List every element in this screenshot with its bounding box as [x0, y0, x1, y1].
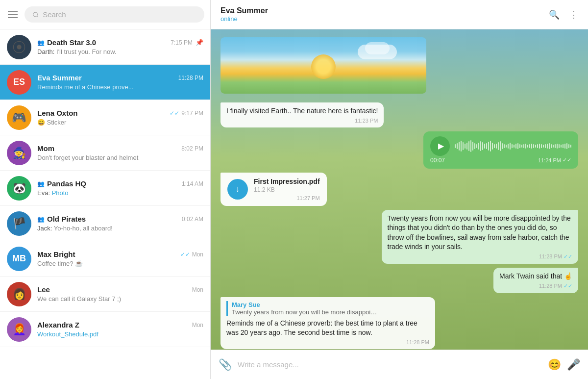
chat-name-max-bright: Max Bright [37, 250, 75, 258]
attach-icon[interactable]: 📎 [219, 358, 232, 371]
message-row-4: Twenty years from now you will be more d… [220, 210, 578, 264]
message-text-1: I finally visited Earth.. The nature her… [226, 106, 378, 116]
message-bubble-1: I finally visited Earth.. The nature her… [220, 102, 384, 127]
chat-name-old-pirates: 👥 Old Pirates [37, 215, 86, 223]
play-icon: ▶ [438, 141, 444, 151]
pin-icon: 📌 [196, 39, 203, 46]
chat-list: 👥 Death Star 3.0 7:15 PM 📌 Darth: I'll t… [0, 29, 210, 379]
chat-name-death-star: 👥 Death Star 3.0 [37, 38, 96, 47]
chat-item-death-star[interactable]: 👥 Death Star 3.0 7:15 PM 📌 Darth: I'll t… [0, 29, 210, 65]
message-row-6: Mary Sue Twenty years from now you will … [220, 297, 578, 349]
chat-name-lena-oxton: Lena Oxton [37, 109, 78, 117]
chat-time-death-star: 7:15 PM [171, 39, 193, 46]
message-time-6: 11:28 PM [226, 339, 429, 345]
chat-name-mom: Mom [37, 144, 54, 152]
chat-time-eva-summer: 11:28 PM [178, 75, 203, 81]
right-panel: Eva Summer online 🔍 ⋮ [211, 0, 588, 379]
download-button[interactable]: ↓ [227, 179, 248, 200]
chat-time-lena-oxton: 9:17 PM [181, 110, 203, 117]
avatar-max-bright: MB [7, 247, 31, 271]
chat-preview-pandas-hq: Eva: Photo [37, 189, 203, 197]
messages-content: I finally visited Earth.. The nature her… [220, 102, 578, 349]
play-button[interactable]: ▶ [430, 136, 450, 156]
chat-item-lena-oxton[interactable]: 🎮 Lena Oxton ✓✓ 9:17 PM 😄 Sticker [0, 100, 210, 135]
message-text-6: Reminds me of a Chinese proverb: the bes… [226, 319, 429, 338]
contact-status: online [220, 15, 268, 23]
message-input[interactable] [238, 360, 542, 369]
chat-preview-death-star: Darth: I'll trust you. For now. [37, 48, 203, 55]
chat-header-bar: Eva Summer online 🔍 ⋮ [211, 0, 588, 29]
quote-author: Mary Sue [232, 301, 429, 308]
avatar-pandas-hq: 🐼 [7, 176, 31, 201]
chat-preview-lena-oxton: 😄 Sticker [37, 119, 203, 126]
chat-time-alexandra-z: Mon [192, 322, 203, 328]
chat-item-lee[interactable]: 👩 Lee Mon We can call it Galaxy Star 7 ;… [0, 277, 210, 312]
file-name: First Impression.pdf [254, 177, 320, 185]
more-options-icon[interactable]: ⋮ [569, 9, 578, 20]
shared-photo [220, 37, 426, 94]
message-time-4: 11:28 PM ✓✓ [388, 253, 573, 260]
file-info: First Impression.pdf 11.2 KB 11:27 PM [254, 177, 320, 201]
chat-preview-eva-summer: Reminds me of a Chinese prove... [37, 83, 203, 91]
chat-content-mom: Mom 8:02 PM Don't forget your blaster an… [37, 144, 203, 161]
message-time-5: 11:28 PM ✓✓ [499, 283, 572, 289]
chat-time-max-bright: Mon [192, 251, 203, 258]
message-row-3: ↓ First Impression.pdf 11.2 KB 11:27 PM [220, 173, 578, 206]
chat-preview-lee: We can call it Galaxy Star 7 ;) [37, 295, 203, 303]
chat-content-pandas-hq: 👥 Pandas HQ 1:14 AM Eva: Photo [37, 179, 203, 197]
chat-content-lee: Lee Mon We can call it Galaxy Star 7 ;) [37, 285, 203, 303]
avatar-eva-summer: ES [7, 70, 31, 95]
svg-point-0 [33, 12, 38, 17]
chat-content-death-star: 👥 Death Star 3.0 7:15 PM 📌 Darth: I'll t… [37, 38, 203, 55]
chat-item-max-bright[interactable]: MB Max Bright ✓✓ Mon Coffee time? ☕ [0, 241, 210, 277]
voice-message-bubble: ▶ 00:07 11:24 PM ✓✓ [423, 131, 578, 169]
chat-content-lena-oxton: Lena Oxton ✓✓ 9:17 PM 😄 Sticker [37, 109, 203, 126]
emoji-icon[interactable]: 😊 [548, 358, 561, 371]
left-panel: 👥 Death Star 3.0 7:15 PM 📌 Darth: I'll t… [0, 0, 211, 379]
chat-preview-alexandra-z: Workout_Shedule.pdf [37, 330, 203, 338]
quote-text: Twenty years from now you will be more d… [232, 308, 379, 316]
file-timestamp: 11:27 PM [254, 195, 320, 201]
chat-name-eva-summer: Eva Summer [37, 74, 82, 82]
message-row-2: ▶ 00:07 11:24 PM ✓✓ [220, 131, 578, 169]
chat-item-alexandra-z[interactable]: 👩‍🦰 Alexandra Z Mon Workout_Shedule.pdf [0, 312, 210, 347]
svg-point-2 [17, 45, 21, 49]
chat-content-alexandra-z: Alexandra Z Mon Workout_Shedule.pdf [37, 321, 203, 338]
chat-header-info: Eva Summer online [220, 6, 268, 23]
quote-section: Mary Sue Twenty years from now you will … [226, 301, 429, 316]
chat-time-lee: Mon [192, 286, 203, 293]
chat-header-actions: 🔍 ⋮ [549, 9, 578, 20]
chat-preview-max-bright: Coffee time? ☕ [37, 260, 203, 267]
file-message-bubble: ↓ First Impression.pdf 11.2 KB 11:27 PM [220, 173, 327, 206]
avatar-lena-oxton: 🎮 [7, 105, 31, 130]
chat-preview-old-pirates: Jack: Yo-ho-ho, all aboard! [37, 225, 203, 232]
search-icon [32, 11, 39, 18]
avatar-lee: 👩 [7, 282, 31, 306]
search-input[interactable] [43, 10, 196, 19]
contact-name: Eva Summer [220, 6, 268, 15]
chat-name-alexandra-z: Alexandra Z [37, 321, 79, 329]
message-row-5: Mark Twain said that ☝ 11:28 PM ✓✓ [220, 268, 578, 293]
chat-item-eva-summer[interactable]: ES Eva Summer 11:28 PM Reminds me of a C… [0, 65, 210, 100]
message-bubble-4: Twenty years from now you will be more d… [382, 210, 579, 264]
chat-time-pandas-hq: 1:14 AM [182, 180, 203, 187]
mic-icon[interactable]: 🎤 [567, 358, 580, 371]
voice-duration: 00:07 [430, 157, 445, 164]
chat-item-old-pirates[interactable]: 🏴 👥 Old Pirates 0:02 AM Jack: Yo-ho-ho, … [0, 206, 210, 241]
top-bar [0, 0, 210, 29]
menu-button[interactable] [6, 9, 20, 20]
search-chat-icon[interactable]: 🔍 [549, 9, 560, 20]
waveform [455, 139, 571, 153]
chat-name-pandas-hq: 👥 Pandas HQ [37, 179, 86, 188]
voice-timestamp: 11:24 PM ✓✓ [538, 157, 571, 163]
input-bar: 📎 😊 🎤 [211, 350, 588, 379]
download-icon: ↓ [236, 184, 240, 194]
chat-item-pandas-hq[interactable]: 🐼 👥 Pandas HQ 1:14 AM Eva: Photo [0, 171, 210, 206]
chat-content-eva-summer: Eva Summer 11:28 PM Reminds me of a Chin… [37, 74, 203, 91]
message-text-5: Mark Twain said that ☝ [499, 272, 572, 281]
search-box [24, 6, 204, 23]
chat-content-max-bright: Max Bright ✓✓ Mon Coffee time? ☕ [37, 250, 203, 267]
chat-item-mom[interactable]: 🧙 Mom 8:02 PM Don't forget your blaster … [0, 135, 210, 171]
chat-preview-mom: Don't forget your blaster and helmet [37, 154, 203, 161]
message-text-4: Twenty years from now you will be more d… [388, 214, 573, 252]
